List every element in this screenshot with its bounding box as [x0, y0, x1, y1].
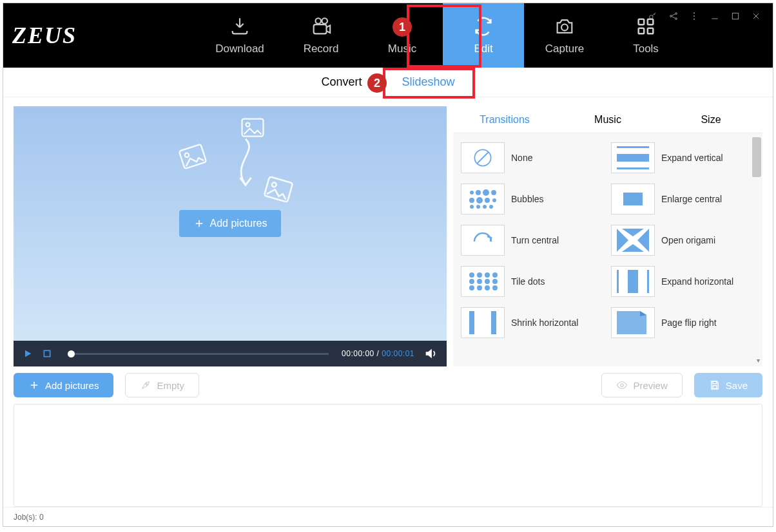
- svg-point-44: [492, 272, 498, 278]
- svg-rect-61: [713, 386, 717, 389]
- transition-item[interactable]: Bubbles: [461, 184, 596, 214]
- volume-icon[interactable]: [423, 347, 438, 361]
- expand-horizontal-icon: [617, 270, 649, 293]
- transition-item[interactable]: Shrink horizontal: [461, 307, 596, 338]
- stop-icon[interactable]: [42, 348, 52, 359]
- svg-point-31: [491, 190, 496, 195]
- scrollbar[interactable]: ▾: [752, 136, 761, 364]
- play-icon[interactable]: [23, 348, 33, 359]
- topbar: ZEUS Download Record Music Edit Capture: [3, 3, 773, 68]
- annotation-badge: 2: [367, 73, 387, 93]
- svg-point-45: [469, 279, 474, 284]
- svg-rect-8: [648, 28, 654, 34]
- svg-point-34: [485, 198, 490, 203]
- svg-rect-21: [264, 176, 293, 202]
- record-icon: [310, 15, 332, 37]
- svg-rect-19: [179, 144, 206, 169]
- svg-rect-40: [623, 193, 643, 205]
- save-button[interactable]: Save: [694, 373, 762, 397]
- jobs-area: [14, 404, 762, 507]
- nav-capture[interactable]: Capture: [524, 3, 605, 68]
- preview-button[interactable]: Preview: [601, 373, 682, 397]
- preview-area: Add pictures: [14, 106, 447, 341]
- svg-point-36: [470, 205, 474, 209]
- svg-rect-7: [639, 28, 645, 34]
- picture-doodle-icon: [262, 175, 295, 204]
- svg-point-51: [485, 285, 490, 290]
- add-pictures-button[interactable]: Add pictures: [14, 373, 113, 397]
- enlarge-central-icon: [617, 187, 649, 211]
- svg-point-14: [694, 15, 695, 17]
- scrollbar-thumb[interactable]: [752, 137, 761, 177]
- svg-rect-16: [732, 13, 738, 19]
- player-bar: 00:00:00 / 00:00:01: [14, 341, 447, 366]
- svg-point-38: [483, 205, 487, 209]
- svg-point-29: [476, 190, 481, 195]
- subnav-slideshow[interactable]: Slideshow: [391, 75, 465, 89]
- svg-rect-53: [617, 270, 619, 293]
- svg-rect-27: [617, 167, 649, 169]
- right-tab-transitions[interactable]: Transitions: [453, 114, 556, 126]
- right-tab-size[interactable]: Size: [659, 114, 762, 126]
- svg-point-48: [492, 279, 498, 284]
- share-icon[interactable]: [668, 11, 679, 21]
- subnav: Convert Slideshow: [3, 68, 773, 97]
- svg-point-13: [694, 12, 695, 14]
- right-tab-music[interactable]: Music: [556, 114, 659, 126]
- svg-point-39: [489, 205, 493, 209]
- transition-item[interactable]: Open origami: [611, 225, 746, 256]
- transition-item[interactable]: None: [461, 142, 596, 173]
- svg-rect-56: [469, 311, 474, 334]
- svg-point-4: [561, 24, 568, 30]
- svg-point-33: [476, 197, 483, 204]
- progress-bar[interactable]: [68, 353, 329, 355]
- svg-rect-25: [617, 146, 649, 148]
- chevron-down-icon[interactable]: ▾: [757, 357, 760, 364]
- refresh-icon: [472, 15, 494, 37]
- transition-item[interactable]: Expand horizontal: [611, 266, 746, 297]
- subnav-convert[interactable]: Convert: [311, 75, 372, 89]
- nav-edit[interactable]: Edit: [443, 3, 524, 68]
- maximize-icon[interactable]: [730, 11, 741, 21]
- transition-item[interactable]: Page flip right: [611, 307, 746, 338]
- bubbles-icon: [467, 187, 499, 211]
- svg-rect-60: [713, 381, 717, 384]
- svg-rect-26: [617, 154, 649, 162]
- close-icon[interactable]: [751, 11, 761, 21]
- empty-button[interactable]: Empty: [125, 373, 199, 397]
- svg-point-20: [184, 153, 189, 158]
- minimize-icon[interactable]: [710, 11, 720, 21]
- origami-icon: [617, 229, 649, 252]
- svg-point-47: [485, 279, 490, 284]
- add-pictures-center-button[interactable]: Add pictures: [179, 210, 282, 237]
- app-logo: ZEUS: [12, 22, 77, 49]
- tile-dots-icon: [467, 270, 499, 293]
- svg-point-52: [492, 285, 498, 290]
- key-icon[interactable]: [648, 11, 658, 21]
- svg-point-30: [483, 189, 489, 196]
- download-icon: [229, 15, 251, 37]
- svg-point-59: [621, 384, 624, 387]
- transition-item[interactable]: Tile dots: [461, 266, 596, 297]
- nav-record[interactable]: Record: [280, 3, 362, 68]
- transition-item[interactable]: Expand vertical: [611, 142, 746, 173]
- main-nav: Download Record Music Edit Capture Tools: [199, 3, 686, 68]
- transition-item[interactable]: Turn central: [461, 225, 596, 256]
- nav-download[interactable]: Download: [199, 3, 280, 68]
- menu-icon[interactable]: [689, 11, 699, 21]
- svg-point-22: [271, 182, 276, 187]
- plus-icon: [28, 379, 40, 391]
- svg-point-10: [670, 15, 672, 17]
- transition-item[interactable]: Enlarge central: [611, 184, 746, 214]
- time-display: 00:00:00 / 00:00:01: [342, 349, 414, 358]
- camera-icon: [554, 15, 576, 37]
- status-bar: Job(s): 0: [3, 507, 773, 526]
- eye-icon: [616, 379, 628, 391]
- svg-rect-5: [639, 19, 645, 25]
- svg-point-42: [477, 272, 482, 278]
- save-icon: [709, 379, 721, 391]
- svg-point-35: [492, 198, 496, 202]
- svg-rect-55: [647, 270, 649, 293]
- svg-point-28: [470, 191, 474, 195]
- svg-rect-54: [628, 270, 638, 293]
